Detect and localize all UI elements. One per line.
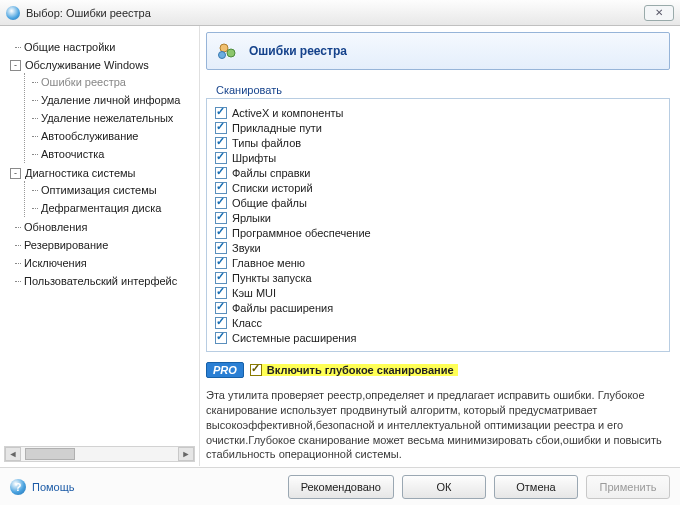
nav-tree: Общие настройки-Обслуживание WindowsОшиб… bbox=[4, 34, 195, 444]
scan-item[interactable]: Файлы справки bbox=[215, 165, 661, 180]
panel-header: Ошибки реестра bbox=[206, 32, 670, 70]
tree-item[interactable]: Резервирование bbox=[10, 237, 195, 253]
tree-item[interactable]: Обновления bbox=[10, 219, 195, 235]
checkbox[interactable] bbox=[215, 122, 227, 134]
deep-scan-checkbox[interactable] bbox=[250, 364, 262, 376]
tree-item[interactable]: Ошибки реестра bbox=[27, 74, 195, 90]
checkbox[interactable] bbox=[215, 182, 227, 194]
sidebar-hscrollbar[interactable]: ◄ ► bbox=[4, 446, 195, 462]
scan-item[interactable]: Файлы расширения bbox=[215, 300, 661, 315]
scan-item-label: Звуки bbox=[232, 242, 261, 254]
scroll-right-arrow[interactable]: ► bbox=[178, 447, 194, 461]
scroll-left-arrow[interactable]: ◄ bbox=[5, 447, 21, 461]
tree-item[interactable]: Оптимизация системы bbox=[27, 182, 195, 198]
checkbox[interactable] bbox=[215, 257, 227, 269]
scan-item[interactable]: Системные расширения bbox=[215, 330, 661, 345]
tree-item[interactable]: Пользовательский интерфейс bbox=[10, 273, 195, 289]
panel-title: Ошибки реестра bbox=[249, 44, 347, 58]
tree-item-label: Удаление нежелательных bbox=[41, 112, 173, 124]
scan-item[interactable]: Звуки bbox=[215, 240, 661, 255]
svg-point-2 bbox=[219, 52, 226, 59]
pro-badge: PRO bbox=[206, 362, 244, 378]
tree-item-label: Автообслуживание bbox=[41, 130, 139, 142]
scan-item-label: Файлы справки bbox=[232, 167, 311, 179]
scan-groupbox: Сканировать ActiveX и компонентыПрикладн… bbox=[206, 84, 670, 352]
scan-item-label: Класс bbox=[232, 317, 262, 329]
checkbox[interactable] bbox=[215, 317, 227, 329]
description-text: Эта утилита проверяет реестр,определяет … bbox=[206, 388, 670, 462]
scan-item[interactable]: Общие файлы bbox=[215, 195, 661, 210]
checkbox[interactable] bbox=[215, 332, 227, 344]
scan-item[interactable]: Пункты запуска bbox=[215, 270, 661, 285]
checkbox[interactable] bbox=[215, 287, 227, 299]
scan-item[interactable]: ActiveX и компоненты bbox=[215, 105, 661, 120]
recommended-button[interactable]: Рекомендовано bbox=[288, 475, 394, 499]
scan-item[interactable]: Ярлыки bbox=[215, 210, 661, 225]
scroll-track[interactable] bbox=[21, 447, 178, 461]
tree-item-label: Обновления bbox=[24, 221, 87, 233]
tree-item-label: Автоочистка bbox=[41, 148, 104, 160]
titlebar: Выбор: Ошибки реестра ✕ bbox=[0, 0, 680, 26]
close-button[interactable]: ✕ bbox=[644, 5, 674, 21]
ok-button[interactable]: ОК bbox=[402, 475, 486, 499]
scan-item[interactable]: Программное обеспечение bbox=[215, 225, 661, 240]
checkbox[interactable] bbox=[215, 137, 227, 149]
scan-item[interactable]: Кэш MUI bbox=[215, 285, 661, 300]
scan-item[interactable]: Списки историй bbox=[215, 180, 661, 195]
scan-item-label: Типы файлов bbox=[232, 137, 301, 149]
collapse-icon[interactable]: - bbox=[10, 60, 21, 71]
scan-item[interactable]: Класс bbox=[215, 315, 661, 330]
checkbox[interactable] bbox=[215, 197, 227, 209]
scan-item-label: Общие файлы bbox=[232, 197, 307, 209]
help-label: Помощь bbox=[32, 481, 75, 493]
cancel-button[interactable]: Отмена bbox=[494, 475, 578, 499]
svg-point-1 bbox=[227, 49, 235, 57]
tree-item[interactable]: Дефрагментация диска bbox=[27, 200, 195, 216]
checkbox[interactable] bbox=[215, 152, 227, 164]
deep-scan-label: Включить глубокое сканирование bbox=[267, 364, 454, 376]
tree-item[interactable]: -Диагностика системы bbox=[10, 165, 195, 181]
sidebar: Общие настройки-Обслуживание WindowsОшиб… bbox=[0, 26, 200, 466]
scroll-thumb[interactable] bbox=[25, 448, 75, 460]
tree-item[interactable]: -Обслуживание Windows bbox=[10, 57, 195, 73]
checkbox[interactable] bbox=[215, 272, 227, 284]
help-icon: ? bbox=[10, 479, 26, 495]
tree-item[interactable]: Исключения bbox=[10, 255, 195, 271]
tree-item[interactable]: Общие настройки bbox=[10, 39, 195, 55]
collapse-icon[interactable]: - bbox=[10, 168, 21, 179]
scan-item[interactable]: Главное меню bbox=[215, 255, 661, 270]
tree-item-label: Исключения bbox=[24, 257, 87, 269]
scan-item-label: Пункты запуска bbox=[232, 272, 312, 284]
checkbox[interactable] bbox=[215, 242, 227, 254]
checkbox[interactable] bbox=[215, 167, 227, 179]
scan-item[interactable]: Типы файлов bbox=[215, 135, 661, 150]
app-icon bbox=[6, 6, 20, 20]
scan-item[interactable]: Шрифты bbox=[215, 150, 661, 165]
tree-item-label: Ошибки реестра bbox=[41, 76, 126, 88]
help-link[interactable]: ? Помощь bbox=[10, 479, 75, 495]
svg-point-0 bbox=[220, 44, 228, 52]
checkbox[interactable] bbox=[215, 212, 227, 224]
tree-item-label: Обслуживание Windows bbox=[25, 59, 149, 71]
tree-item[interactable]: Автообслуживание bbox=[27, 128, 195, 144]
checkbox[interactable] bbox=[215, 227, 227, 239]
deep-scan-toggle[interactable]: Включить глубокое сканирование bbox=[250, 364, 458, 376]
scan-item-label: Кэш MUI bbox=[232, 287, 276, 299]
scan-item-label: Списки историй bbox=[232, 182, 313, 194]
window-title: Выбор: Ошибки реестра bbox=[26, 7, 644, 19]
tree-item-label: Пользовательский интерфейс bbox=[24, 275, 177, 287]
registry-errors-icon bbox=[217, 41, 241, 61]
tree-item[interactable]: Автоочистка bbox=[27, 146, 195, 162]
tree-item-label: Удаление личной информа bbox=[41, 94, 180, 106]
checkbox[interactable] bbox=[215, 302, 227, 314]
checkbox[interactable] bbox=[215, 107, 227, 119]
scan-item-label: Системные расширения bbox=[232, 332, 356, 344]
tree-item-label: Дефрагментация диска bbox=[41, 202, 161, 214]
scan-item[interactable]: Прикладные пути bbox=[215, 120, 661, 135]
tree-item[interactable]: Удаление личной информа bbox=[27, 92, 195, 108]
scan-item-label: ActiveX и компоненты bbox=[232, 107, 343, 119]
apply-button[interactable]: Применить bbox=[586, 475, 670, 499]
tree-item-label: Резервирование bbox=[24, 239, 108, 251]
tree-item-label: Общие настройки bbox=[24, 41, 115, 53]
tree-item[interactable]: Удаление нежелательных bbox=[27, 110, 195, 126]
